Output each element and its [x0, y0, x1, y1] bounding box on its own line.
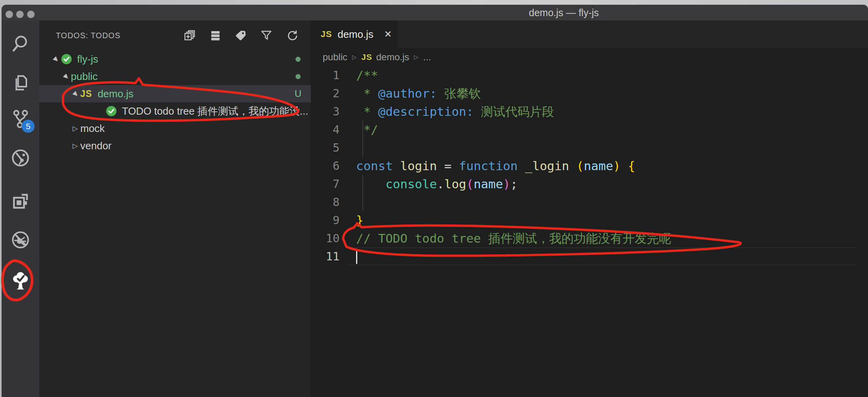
tree-row-public[interactable]: ▾public — [39, 68, 311, 85]
token-punct: . — [437, 177, 444, 191]
code-line-4[interactable]: 4 */ — [311, 121, 868, 139]
chevron-collapsed-icon[interactable]: ▷ — [70, 142, 80, 150]
line-number: 2 — [311, 87, 348, 100]
git-modified-dot — [295, 74, 301, 79]
line-number: 4 — [311, 123, 348, 136]
code-line-text: * @author: 张攀钦 — [348, 84, 868, 102]
token-comment: */ — [356, 122, 378, 137]
tree-row-demo.js[interactable]: ▾JSdemo.jsU — [39, 85, 311, 102]
token-func: login — [400, 159, 437, 173]
code-editor[interactable]: 1/**2 * @author: 张攀钦3 * @description: 测试… — [311, 66, 868, 397]
breadcrumb-label: demo.js — [376, 52, 409, 63]
git-modified-dot — [295, 57, 301, 62]
tree-row-label: public — [71, 70, 98, 83]
tree-row-todo-todo-tree-...[interactable]: TODO todo tree 插件测试，我的功能没... — [39, 102, 311, 120]
activity-item-debug[interactable] — [2, 147, 39, 169]
breadcrumb-item-...[interactable]: ... — [423, 52, 431, 63]
token-b1: } — [356, 213, 364, 227]
refresh-icon — [286, 36, 298, 43]
git-status-badge: U — [295, 88, 301, 99]
code-line-7[interactable]: 7 console.log(name); — [311, 175, 868, 193]
sidebar-toolbar — [183, 20, 298, 50]
tree-row-mock[interactable]: ▷mock — [39, 120, 311, 137]
sidebar-todo-tree-panel: TODOS: TODOS ▾fly-js▾public▾JSdemo.jsUTO… — [39, 20, 311, 397]
token-comment: // TODO todo tree 插件测试，我的功能没有开发完呢 — [356, 231, 671, 245]
flat-view-button[interactable] — [209, 29, 222, 42]
token-func: log — [444, 177, 466, 191]
token-comment: * — [356, 104, 378, 119]
tab-bar: JSdemo.js✕ — [311, 20, 868, 48]
expand-all-icon — [183, 36, 196, 43]
activity-item-search[interactable] — [2, 33, 39, 55]
close-tab-icon[interactable]: ✕ — [384, 29, 392, 40]
code-line-text — [348, 193, 868, 211]
activity-bar: 5 — [2, 20, 39, 397]
tree-row-label: fly-js — [77, 53, 98, 65]
close-window-button[interactable] — [6, 11, 13, 18]
token-keyword: @description: — [378, 104, 474, 119]
code-line-9[interactable]: 9} — [311, 211, 868, 229]
sidebar-header: TODOS: TODOS — [39, 20, 311, 50]
code-line-text: const login = function _login (name) { — [348, 157, 868, 175]
activity-item-source-control[interactable]: 5 — [2, 108, 39, 130]
search-icon — [11, 34, 30, 53]
tags-button[interactable] — [235, 29, 247, 42]
activity-item-bug-disabled[interactable] — [2, 229, 39, 251]
breadcrumb-label: ... — [423, 52, 431, 63]
token-comment: 测试代码片段 — [474, 104, 554, 119]
breadcrumb-item-public[interactable]: public — [323, 52, 347, 63]
code-line-1[interactable]: 1/** — [311, 66, 868, 84]
token-punct — [518, 159, 525, 173]
tree-row-vendor[interactable]: ▷vendor — [39, 137, 311, 154]
breadcrumb-separator-icon: ▷ — [414, 54, 419, 61]
activity-item-todo-tree[interactable] — [2, 269, 39, 291]
code-line-3[interactable]: 3 * @description: 测试代码片段 — [311, 102, 868, 121]
code-line-11[interactable]: 11 — [311, 247, 868, 265]
token-keyword: @author: — [378, 86, 437, 100]
bug-disabled-icon — [11, 230, 30, 249]
code-line-6[interactable]: 6const login = function _login (name) { — [311, 157, 868, 175]
tab-title: demo.js — [338, 28, 373, 41]
code-line-text: } — [348, 211, 868, 229]
line-number: 7 — [311, 177, 348, 191]
sidebar-panel-title: TODOS: TODOS — [56, 31, 120, 40]
line-number: 8 — [311, 195, 348, 209]
token-b1: { — [628, 159, 635, 173]
activity-item-explorer[interactable] — [2, 72, 39, 94]
line-number: 6 — [311, 159, 348, 173]
code-line-5[interactable]: 5 — [311, 139, 868, 157]
breadcrumb-item-demo.js[interactable]: JSdemo.js — [361, 52, 409, 63]
line-number: 3 — [311, 105, 348, 118]
vscode-window: demo.js — fly-js 5 TODOS: TODOS ▾fly-js▾… — [2, 5, 868, 397]
token-punct — [393, 159, 400, 173]
code-line-2[interactable]: 2 * @author: 张攀钦 — [311, 84, 868, 102]
todo-tree-view: ▾fly-js▾public▾JSdemo.jsUTODO todo tree … — [39, 50, 311, 154]
editor-group: JSdemo.js✕ public▷JSdemo.js▷... 1/**2 * … — [311, 20, 868, 397]
todo-tree-icon — [11, 271, 30, 289]
zoom-window-button[interactable] — [27, 11, 35, 18]
code-line-10[interactable]: 10// TODO todo tree 插件测试，我的功能没有开发完呢 — [311, 229, 868, 247]
tree-row-fly-js[interactable]: ▾fly-js — [39, 50, 311, 68]
token-var: name — [584, 159, 613, 173]
debug-icon — [11, 148, 30, 167]
token-punct: ; — [510, 177, 518, 191]
code-line-8[interactable]: 8 — [311, 193, 868, 211]
token-b1: ( — [576, 159, 584, 173]
tab-demo.js[interactable]: JSdemo.js✕ — [311, 20, 397, 48]
filter-button[interactable] — [260, 29, 273, 42]
expand-all-button[interactable] — [183, 29, 196, 42]
chevron-collapsed-icon[interactable]: ▷ — [70, 124, 80, 133]
tree-row-label: demo.js — [98, 88, 133, 100]
code-line-text: * @description: 测试代码片段 — [348, 102, 868, 121]
tree-row-label: mock — [80, 122, 105, 135]
token-punct: = — [437, 159, 459, 173]
refresh-button[interactable] — [286, 29, 298, 42]
minimize-window-button[interactable] — [16, 11, 24, 18]
token-b2: ) — [503, 177, 510, 191]
flat-view-icon — [209, 36, 222, 43]
filter-icon — [260, 36, 273, 43]
code-line-text: console.log(name); — [348, 175, 868, 193]
activity-item-extensions[interactable] — [2, 190, 39, 212]
line-number: 5 — [311, 141, 348, 154]
code-line-text — [348, 247, 856, 265]
